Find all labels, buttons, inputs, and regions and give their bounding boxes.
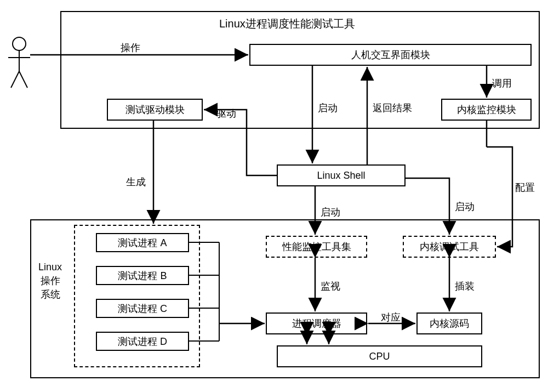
perf-tools-label: 性能监控工具集 xyxy=(282,240,351,253)
label-startup: 启动 xyxy=(318,101,338,115)
proc-c: 测试进程 C xyxy=(96,299,189,318)
label-return: 返回结果 xyxy=(373,101,412,115)
proc-a-label: 测试进程 A xyxy=(118,236,167,249)
svg-line-3 xyxy=(11,71,19,88)
linux-shell: Linux Shell xyxy=(277,164,406,186)
tool-title: Linux进程调度性能测试工具 xyxy=(219,16,355,31)
scheduler-label: 进程调度器 xyxy=(292,317,341,330)
kernel-monitor: 内核监控模块 xyxy=(441,99,532,121)
svg-point-0 xyxy=(13,37,26,50)
label-startup2: 启动 xyxy=(321,206,340,219)
perf-tools: 性能监控工具集 xyxy=(266,236,367,258)
test-driver: 测试驱动模块 xyxy=(107,99,203,121)
proc-d: 测试进程 D xyxy=(96,332,189,351)
label-correspond: 对应 xyxy=(381,311,401,324)
kernel-monitor-label: 内核监控模块 xyxy=(457,103,516,116)
ui-module-label: 人机交互界面模块 xyxy=(351,48,430,61)
proc-a: 测试进程 A xyxy=(96,233,189,252)
scheduler: 进程调度器 xyxy=(266,313,367,334)
proc-c-label: 测试进程 C xyxy=(118,302,167,315)
kernel-source: 内核源码 xyxy=(416,313,482,334)
label-drive: 驱动 xyxy=(216,107,236,120)
label-instrument: 插装 xyxy=(455,280,475,293)
proc-b: 测试进程 B xyxy=(96,266,189,285)
cpu-label: CPU xyxy=(369,351,390,362)
proc-b-label: 测试进程 B xyxy=(118,269,167,282)
kernel-debug-label: 内核调试工具 xyxy=(420,240,479,253)
label-startup3: 启动 xyxy=(455,200,475,213)
label-config: 配置 xyxy=(515,181,535,194)
test-driver-label: 测试驱动模块 xyxy=(125,103,185,116)
label-generate: 生成 xyxy=(126,175,146,189)
label-operate: 操作 xyxy=(121,41,140,54)
kernel-source-label: 内核源码 xyxy=(430,317,469,330)
os-label: Linux操作系统 xyxy=(38,260,62,302)
label-monitor: 监视 xyxy=(321,280,340,293)
svg-line-4 xyxy=(19,71,27,88)
ui-module: 人机交互界面模块 xyxy=(249,44,532,66)
proc-d-label: 测试进程 D xyxy=(118,335,167,348)
kernel-debug: 内核调试工具 xyxy=(403,236,496,258)
label-call: 调用 xyxy=(492,77,512,90)
cpu: CPU xyxy=(277,345,482,367)
linux-shell-label: Linux Shell xyxy=(317,170,365,181)
